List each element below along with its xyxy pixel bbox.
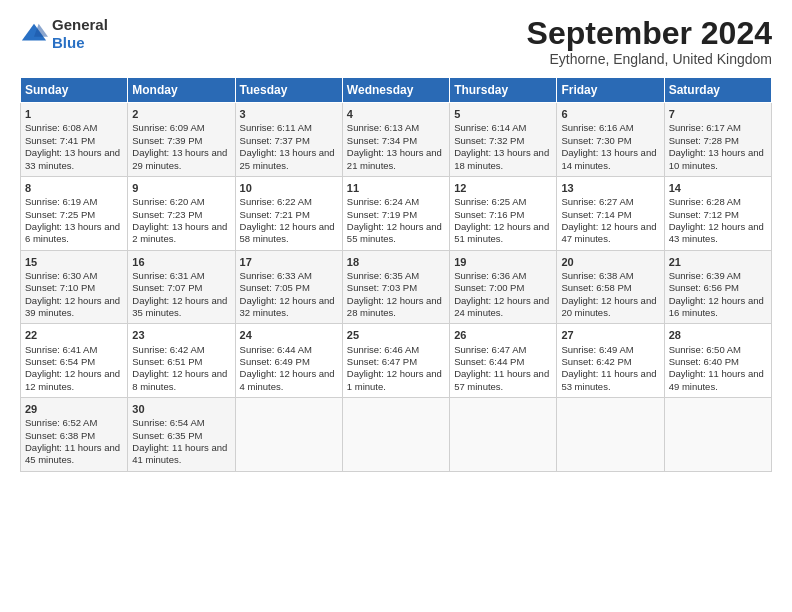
weekday-header-monday: Monday (128, 78, 235, 103)
calendar-week-3: 15Sunrise: 6:30 AMSunset: 7:10 PMDayligh… (21, 250, 772, 324)
calendar-day-20: 20Sunrise: 6:38 AMSunset: 6:58 PMDayligh… (557, 250, 664, 324)
calendar-day-1: 1Sunrise: 6:08 AMSunset: 7:41 PMDaylight… (21, 103, 128, 177)
logo-blue: Blue (52, 34, 85, 51)
calendar-week-4: 22Sunrise: 6:41 AMSunset: 6:54 PMDayligh… (21, 324, 772, 398)
calendar-day-18: 18Sunrise: 6:35 AMSunset: 7:03 PMDayligh… (342, 250, 449, 324)
calendar-day-21: 21Sunrise: 6:39 AMSunset: 6:56 PMDayligh… (664, 250, 771, 324)
calendar-day-6: 6Sunrise: 6:16 AMSunset: 7:30 PMDaylight… (557, 103, 664, 177)
calendar-day-14: 14Sunrise: 6:28 AMSunset: 7:12 PMDayligh… (664, 176, 771, 250)
calendar-week-1: 1Sunrise: 6:08 AMSunset: 7:41 PMDaylight… (21, 103, 772, 177)
weekday-header-tuesday: Tuesday (235, 78, 342, 103)
calendar-day-5: 5Sunrise: 6:14 AMSunset: 7:32 PMDaylight… (450, 103, 557, 177)
day-number: 24 (240, 328, 338, 342)
empty-cell (450, 397, 557, 471)
calendar-day-15: 15Sunrise: 6:30 AMSunset: 7:10 PMDayligh… (21, 250, 128, 324)
calendar-day-26: 26Sunrise: 6:47 AMSunset: 6:44 PMDayligh… (450, 324, 557, 398)
day-number: 27 (561, 328, 659, 342)
day-number: 6 (561, 107, 659, 121)
calendar-day-7: 7Sunrise: 6:17 AMSunset: 7:28 PMDaylight… (664, 103, 771, 177)
day-number: 16 (132, 255, 230, 269)
day-number: 4 (347, 107, 445, 121)
day-number: 13 (561, 181, 659, 195)
calendar-day-4: 4Sunrise: 6:13 AMSunset: 7:34 PMDaylight… (342, 103, 449, 177)
day-number: 11 (347, 181, 445, 195)
calendar-day-19: 19Sunrise: 6:36 AMSunset: 7:00 PMDayligh… (450, 250, 557, 324)
calendar-day-9: 9Sunrise: 6:20 AMSunset: 7:23 PMDaylight… (128, 176, 235, 250)
weekday-header-row: SundayMondayTuesdayWednesdayThursdayFrid… (21, 78, 772, 103)
calendar-day-3: 3Sunrise: 6:11 AMSunset: 7:37 PMDaylight… (235, 103, 342, 177)
day-number: 14 (669, 181, 767, 195)
logo: General Blue (20, 16, 108, 52)
logo-general: General (52, 16, 108, 33)
weekday-header-thursday: Thursday (450, 78, 557, 103)
day-number: 9 (132, 181, 230, 195)
day-number: 30 (132, 402, 230, 416)
weekday-header-wednesday: Wednesday (342, 78, 449, 103)
calendar-day-28: 28Sunrise: 6:50 AMSunset: 6:40 PMDayligh… (664, 324, 771, 398)
logo-icon (20, 20, 48, 48)
calendar-day-23: 23Sunrise: 6:42 AMSunset: 6:51 PMDayligh… (128, 324, 235, 398)
day-number: 5 (454, 107, 552, 121)
empty-cell (664, 397, 771, 471)
day-number: 7 (669, 107, 767, 121)
day-number: 3 (240, 107, 338, 121)
day-number: 22 (25, 328, 123, 342)
logo-text: General Blue (52, 16, 108, 52)
calendar-day-16: 16Sunrise: 6:31 AMSunset: 7:07 PMDayligh… (128, 250, 235, 324)
calendar-day-22: 22Sunrise: 6:41 AMSunset: 6:54 PMDayligh… (21, 324, 128, 398)
header: General Blue September 2024 Eythorne, En… (20, 16, 772, 67)
calendar-day-13: 13Sunrise: 6:27 AMSunset: 7:14 PMDayligh… (557, 176, 664, 250)
empty-cell (342, 397, 449, 471)
day-number: 21 (669, 255, 767, 269)
day-number: 10 (240, 181, 338, 195)
calendar-day-11: 11Sunrise: 6:24 AMSunset: 7:19 PMDayligh… (342, 176, 449, 250)
day-number: 25 (347, 328, 445, 342)
day-number: 19 (454, 255, 552, 269)
calendar-day-29: 29Sunrise: 6:52 AMSunset: 6:38 PMDayligh… (21, 397, 128, 471)
day-number: 2 (132, 107, 230, 121)
day-number: 23 (132, 328, 230, 342)
day-number: 12 (454, 181, 552, 195)
empty-cell (235, 397, 342, 471)
calendar-table: SundayMondayTuesdayWednesdayThursdayFrid… (20, 77, 772, 471)
month-title: September 2024 (527, 16, 772, 51)
calendar-day-27: 27Sunrise: 6:49 AMSunset: 6:42 PMDayligh… (557, 324, 664, 398)
day-number: 28 (669, 328, 767, 342)
day-number: 17 (240, 255, 338, 269)
calendar-page: General Blue September 2024 Eythorne, En… (0, 0, 792, 612)
calendar-day-30: 30Sunrise: 6:54 AMSunset: 6:35 PMDayligh… (128, 397, 235, 471)
day-number: 29 (25, 402, 123, 416)
calendar-week-5: 29Sunrise: 6:52 AMSunset: 6:38 PMDayligh… (21, 397, 772, 471)
title-block: September 2024 Eythorne, England, United… (527, 16, 772, 67)
day-number: 26 (454, 328, 552, 342)
calendar-day-12: 12Sunrise: 6:25 AMSunset: 7:16 PMDayligh… (450, 176, 557, 250)
day-number: 1 (25, 107, 123, 121)
calendar-day-10: 10Sunrise: 6:22 AMSunset: 7:21 PMDayligh… (235, 176, 342, 250)
weekday-header-saturday: Saturday (664, 78, 771, 103)
day-number: 20 (561, 255, 659, 269)
calendar-day-17: 17Sunrise: 6:33 AMSunset: 7:05 PMDayligh… (235, 250, 342, 324)
calendar-day-25: 25Sunrise: 6:46 AMSunset: 6:47 PMDayligh… (342, 324, 449, 398)
weekday-header-friday: Friday (557, 78, 664, 103)
day-number: 15 (25, 255, 123, 269)
weekday-header-sunday: Sunday (21, 78, 128, 103)
empty-cell (557, 397, 664, 471)
day-number: 18 (347, 255, 445, 269)
calendar-day-8: 8Sunrise: 6:19 AMSunset: 7:25 PMDaylight… (21, 176, 128, 250)
location: Eythorne, England, United Kingdom (527, 51, 772, 67)
calendar-day-24: 24Sunrise: 6:44 AMSunset: 6:49 PMDayligh… (235, 324, 342, 398)
calendar-day-2: 2Sunrise: 6:09 AMSunset: 7:39 PMDaylight… (128, 103, 235, 177)
day-number: 8 (25, 181, 123, 195)
calendar-week-2: 8Sunrise: 6:19 AMSunset: 7:25 PMDaylight… (21, 176, 772, 250)
